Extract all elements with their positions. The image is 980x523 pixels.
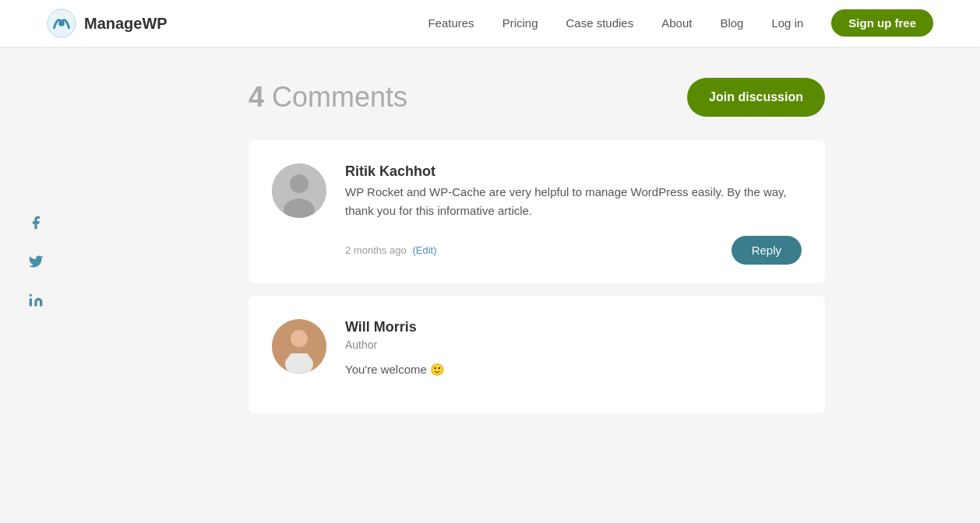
- navbar: ManageWP Features Pricing Case studies A…: [0, 0, 980, 47]
- comment-body: Ritik Kachhot WP Rocket and WP-Cache are…: [345, 163, 802, 265]
- logo-text: ManageWP: [84, 15, 167, 33]
- social-sidebar: [23, 210, 48, 313]
- facebook-icon[interactable]: [23, 210, 48, 235]
- nav-about[interactable]: About: [661, 16, 692, 30]
- comment-author-name: Ritik Kachhot: [345, 163, 802, 180]
- comment-avatar: [272, 163, 326, 265]
- join-discussion-button[interactable]: Join discussion: [687, 78, 825, 117]
- comment-timestamp: 2 months ago (Edit): [345, 244, 436, 256]
- nav-features[interactable]: Features: [428, 16, 474, 30]
- nav-pricing[interactable]: Pricing: [502, 16, 538, 30]
- edit-link[interactable]: (Edit): [412, 244, 436, 256]
- svg-point-1: [58, 20, 65, 26]
- comment-body: Will Morris Author You're welcome 🙂: [345, 319, 802, 395]
- comments-count: 4: [249, 81, 264, 114]
- logo-icon: [47, 9, 76, 38]
- comment-text: You're welcome 🙂: [345, 360, 802, 379]
- comment-avatar: [272, 319, 326, 395]
- will-morris-avatar: [272, 319, 326, 374]
- nav-blog[interactable]: Blog: [720, 16, 743, 30]
- nav-login[interactable]: Log in: [771, 16, 803, 30]
- comments-label: Comments: [272, 81, 407, 114]
- linkedin-icon[interactable]: [23, 288, 48, 313]
- svg-point-7: [291, 330, 308, 347]
- comment-author-name: Will Morris: [345, 319, 802, 335]
- comment-footer: 2 months ago (Edit) Reply: [345, 236, 802, 265]
- comment-text: WP Rocket and WP-Cache are very helpful …: [345, 183, 802, 220]
- svg-point-4: [290, 174, 308, 193]
- will-avatar-graphic: [272, 319, 326, 374]
- avatar-icon: [272, 163, 326, 218]
- nav-case-studies[interactable]: Case studies: [566, 16, 633, 30]
- comment-author-role: Author: [345, 339, 802, 351]
- svg-rect-9: [289, 353, 309, 369]
- reply-button[interactable]: Reply: [731, 236, 802, 265]
- nav-signup-button[interactable]: Sign up free: [831, 9, 933, 37]
- comment-card: Ritik Kachhot WP Rocket and WP-Cache are…: [249, 140, 825, 283]
- logo[interactable]: ManageWP: [47, 9, 167, 38]
- twitter-icon[interactable]: [23, 249, 48, 274]
- svg-point-2: [30, 294, 32, 297]
- nav-links: Features Pricing Case studies About Blog…: [428, 16, 933, 30]
- comments-header: 4 Comments Join discussion: [249, 78, 825, 117]
- page-content: 4 Comments Join discussion Ritik Kachhot…: [139, 47, 841, 457]
- comment-card: Will Morris Author You're welcome 🙂: [249, 296, 825, 413]
- comments-title: 4 Comments: [249, 81, 407, 114]
- avatar-placeholder: [272, 163, 326, 218]
